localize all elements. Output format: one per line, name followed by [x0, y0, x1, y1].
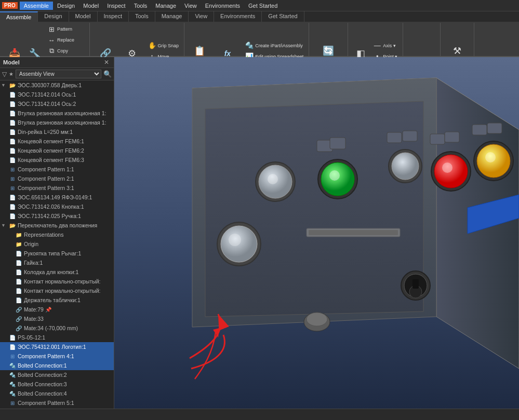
tree-item[interactable]: ⊞Component Pattern 5:1 — [0, 398, 114, 408]
item-label: Component Pattern 5:1 — [18, 400, 113, 406]
item-icon: 📄 — [15, 259, 23, 267]
menu-tools[interactable]: Tools — [130, 2, 152, 10]
item-label: Din-рейка L=250 мм:1 — [18, 129, 113, 135]
copy-button[interactable]: ⧉Copy — [45, 46, 86, 56]
tab-model[interactable]: Model — [69, 11, 98, 22]
tab-tools[interactable]: Tools — [129, 11, 155, 22]
tree-area[interactable]: ▼📂ЭОС.300307.058 Дверь:1 📄ЭОС.713142.014… — [0, 80, 114, 409]
tab-environments[interactable]: Environments — [214, 11, 262, 22]
menu-inspect[interactable]: Inspect — [103, 2, 129, 10]
tree-item[interactable]: 📄Концевой сегмент FEM6:2 — [0, 146, 114, 155]
menu-design[interactable]: Design — [53, 2, 79, 10]
create-iassembly-button[interactable]: 🔩Create iPart/iAssembly — [243, 40, 305, 51]
tree-item[interactable]: 📄Din-рейка L=250 мм:1 — [0, 127, 114, 137]
menu-model[interactable]: Model — [79, 2, 103, 10]
svg-point-21 — [229, 234, 241, 246]
replace-button[interactable]: ↔Replace — [45, 35, 86, 45]
pattern-button[interactable]: ⊞Pattern — [45, 24, 86, 34]
menu-assemble[interactable]: Assemble — [20, 2, 53, 10]
tree-item[interactable]: 📄Держатель таблички:1 — [0, 295, 114, 305]
item-label: Держатель таблички:1 — [24, 297, 113, 303]
tree-item[interactable]: 📄Контакт нормально-открытый: — [0, 286, 114, 295]
tree-item[interactable]: ⊞Component Pattern 3:1 — [0, 183, 114, 193]
tree-item[interactable]: 📄Втулка резиновая изоляционная 1: — [0, 109, 114, 118]
viewport[interactable] — [114, 57, 519, 409]
item-label: Bolted Connection:1 — [18, 362, 113, 369]
tree-item[interactable]: 🔩Bolted Connection:2 — [0, 370, 114, 380]
tree-item[interactable]: 📄Рукоятка типа Рычаг:1 — [0, 249, 114, 258]
item-label: ЭОС.713142.014 Ось:2 — [18, 101, 113, 107]
tree-item[interactable]: 📄ЭОС.713142.025 Ручка:1 — [0, 211, 114, 221]
item-label: Bolted Connection:4 — [18, 390, 113, 397]
tree-item[interactable]: 🔗Mate:79 📌 — [0, 305, 114, 314]
tab-design[interactable]: Design — [38, 11, 69, 22]
tab-inspect[interactable]: Inspect — [98, 11, 129, 22]
tree-item[interactable]: 🔩Bolted Connection:1 — [0, 361, 114, 370]
tree-item[interactable]: 📄Контакт нормально-открытый: — [0, 277, 114, 286]
item-icon: 🔩 — [8, 408, 17, 409]
menu-manage[interactable]: Manage — [151, 2, 180, 10]
menu-environments[interactable]: Environments — [201, 2, 244, 10]
tree-item[interactable]: ⊞Component Pattern 2:1 — [0, 174, 114, 183]
axis-icon: — — [373, 42, 381, 50]
tree-item[interactable]: 📁Representations — [0, 230, 114, 239]
tree-item[interactable]: 📄Концевой сегмент FEM6:3 — [0, 155, 114, 165]
item-label: Origin — [24, 241, 113, 247]
item-label: Representations — [24, 232, 113, 238]
tree-item[interactable]: ⊞Component Pattern 1:1 — [0, 165, 114, 174]
item-icon: 🔩 — [8, 361, 17, 370]
axis-button[interactable]: —Axis ▾ — [371, 40, 400, 51]
scene-svg — [114, 57, 519, 409]
item-label: Component Pattern 2:1 — [18, 175, 113, 182]
svg-point-7 — [268, 174, 278, 184]
tree-item[interactable]: ▼📂Переключатель два положения — [0, 221, 114, 230]
menu-bar: PRO Assemble Design Model Inspect Tools … — [0, 0, 519, 11]
tab-manage[interactable]: Manage — [155, 11, 189, 22]
pin-icon: 📌 — [44, 307, 51, 313]
item-label: Рукоятка типа Рычаг:1 — [24, 250, 113, 256]
view-selector[interactable]: Assembly View — [16, 70, 101, 78]
tree-item[interactable]: 📄PS-05-12:1 — [0, 333, 114, 342]
tree-item[interactable]: 📄ЭОС.656134.149 ЯФЭ-0149:1 — [0, 193, 114, 202]
tree-item[interactable]: 📄ЭОС.754312.001 Логотип:1 — [0, 342, 114, 351]
panel-close-button[interactable]: ✕ — [102, 59, 111, 66]
tree-item[interactable]: 🔩Bolted Connection:5 — [0, 408, 114, 409]
item-icon: 📄 — [15, 287, 23, 295]
tree-item[interactable]: 📄Колодка для кнопки:1 — [0, 267, 114, 277]
tree-item[interactable]: 🔗Mate:34 (-70,000 mm) — [0, 323, 114, 333]
tree-item[interactable]: ▼📂ЭОС.300307.058 Дверь:1 — [0, 80, 114, 90]
gripsnap-button[interactable]: ✋Grip Snap — [146, 40, 181, 51]
item-label: Bolted Connection:3 — [18, 381, 113, 387]
svg-rect-29 — [487, 123, 502, 133]
menu-getstarted[interactable]: Get Started — [244, 2, 282, 10]
assembly-view-icon: ★ — [9, 71, 14, 77]
svg-point-38 — [307, 313, 327, 326]
item-label: Колодка для кнопки:1 — [24, 269, 113, 275]
svg-rect-36 — [412, 279, 419, 289]
svg-rect-32 — [309, 230, 398, 235]
replace-icon: ↔ — [47, 36, 56, 44]
tab-view[interactable]: View — [189, 11, 214, 22]
tree-item[interactable]: 📄ЭОС.713142.014 Ось:2 — [0, 99, 114, 109]
item-label: Концевой сегмент FEM6:2 — [18, 147, 113, 154]
tree-item[interactable]: 📄Гайка:1 — [0, 258, 114, 267]
tree-item[interactable]: 📁Origin — [0, 239, 114, 249]
menu-view[interactable]: View — [180, 2, 201, 10]
tree-item[interactable]: ⊞Component Pattern 4:1 — [0, 351, 114, 361]
tree-item[interactable]: 🔩Bolted Connection:4 — [0, 389, 114, 398]
search-tree-icon[interactable]: 🔍 — [103, 70, 112, 78]
tree-item[interactable]: 📄Втулка резиновая изоляционная 1: — [0, 118, 114, 127]
tree-item[interactable]: 📄ЭОС.713142.014 Ось:1 — [0, 90, 114, 99]
tree-item[interactable]: 📄ЭОС.713142.026 Кнопка:1 — [0, 202, 114, 211]
tab-assemble[interactable]: Assemble — [0, 11, 38, 22]
svg-point-12 — [392, 153, 419, 180]
item-icon: 📂 — [8, 221, 17, 229]
tree-item[interactable]: 🔗Mate:33 — [0, 314, 114, 323]
item-label: Component Pattern 1:1 — [18, 166, 113, 172]
tree-item[interactable]: 🔩Bolted Connection:3 — [0, 380, 114, 389]
tab-getstarted[interactable]: Get Started — [262, 11, 304, 22]
item-icon: ⊞ — [8, 165, 17, 173]
item-icon: 📄 — [8, 156, 17, 164]
tree-item[interactable]: 📄Концевой сегмент FEM6:1 — [0, 137, 114, 146]
item-label: Контакт нормально-открытый: — [24, 278, 113, 284]
